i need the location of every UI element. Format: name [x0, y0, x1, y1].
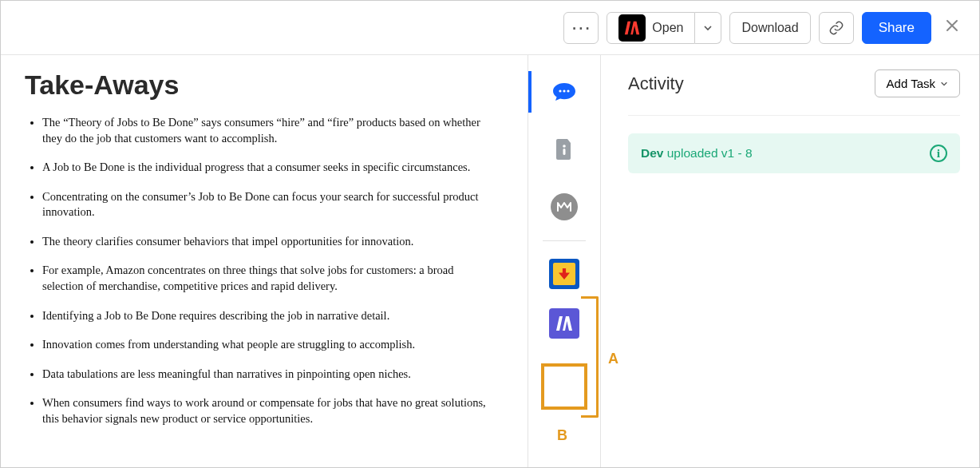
svg-point-1 [563, 89, 565, 92]
activity-event[interactable]: Dev uploaded v1 - 8 i [628, 133, 960, 173]
rail-m[interactable] [528, 178, 600, 236]
add-task-button[interactable]: Add Task [875, 69, 960, 97]
more-button[interactable]: ··· [563, 12, 599, 44]
annotation-box-b [541, 363, 587, 410]
side-rail: A B [528, 55, 601, 467]
rail-info[interactable] [528, 121, 600, 178]
main-area: Take-Aways The “Theory of Jobs to Be Don… [1, 55, 979, 467]
bullet-item: The “Theory of Jobs to Be Done” says con… [42, 115, 489, 146]
svg-rect-4 [563, 149, 566, 155]
activity-text: Dev uploaded v1 - 8 [641, 146, 753, 161]
activity-action: uploaded v1 - 8 [667, 146, 753, 160]
bullet-item: When consumers find ways to work around … [42, 395, 489, 426]
bullet-item: Innovation comes from understanding what… [42, 337, 489, 353]
open-button-group: Open [607, 12, 721, 44]
bullet-item: Concentrating on the consumer’s Job to B… [42, 189, 489, 220]
close-button[interactable] [939, 18, 965, 38]
bullet-item: Identifying a Job to Be Done requires de… [42, 308, 489, 324]
panel-header: Activity Add Task [628, 69, 960, 116]
download-button[interactable]: Download [729, 12, 810, 44]
svg-point-2 [567, 89, 569, 92]
rail-app-download[interactable] [528, 249, 600, 299]
svg-point-0 [559, 89, 561, 92]
download-label: Download [741, 21, 798, 35]
add-task-label: Add Task [887, 77, 935, 90]
download-app-icon [549, 259, 579, 289]
annotation-label-b: B [557, 427, 567, 444]
toolbar: ··· Open Download Share [1, 1, 979, 55]
m-icon [551, 193, 578, 220]
adobe-app-icon [549, 308, 579, 339]
svg-point-3 [563, 145, 566, 148]
bullet-item: A Job to Be Done is the individual progr… [42, 160, 489, 176]
share-button[interactable]: Share [862, 12, 931, 44]
bullet-item: The theory clarifies consumer behaviors … [42, 234, 489, 250]
open-label: Open [652, 21, 683, 35]
close-icon [944, 18, 960, 34]
activity-panel: Activity Add Task Dev uploaded v1 - 8 i [601, 55, 979, 467]
open-dropdown[interactable] [695, 12, 721, 44]
document-bullets: The “Theory of Jobs to Be Done” says con… [25, 115, 502, 426]
chevron-down-icon [703, 23, 713, 33]
bullet-item: Data tabulations are less meaningful tha… [42, 367, 489, 383]
link-icon [828, 20, 844, 36]
info-icon[interactable]: i [930, 145, 947, 162]
bullet-item: For example, Amazon concentrates on thre… [42, 263, 489, 294]
file-info-icon [555, 137, 574, 161]
panel-title: Activity [628, 73, 684, 94]
annotation-label-a: A [608, 351, 618, 367]
rail-separator [543, 240, 586, 241]
chevron-down-icon [940, 80, 948, 88]
share-label: Share [879, 20, 915, 36]
more-icon: ··· [571, 15, 591, 40]
activity-user: Dev [641, 146, 663, 160]
document-preview: Take-Aways The “Theory of Jobs to Be Don… [1, 55, 528, 467]
rail-comments[interactable] [528, 63, 600, 121]
adobe-icon [618, 14, 646, 42]
comments-icon [552, 81, 576, 102]
open-button[interactable]: Open [607, 12, 695, 44]
link-button[interactable] [819, 12, 854, 44]
document-title: Take-Aways [25, 69, 502, 101]
